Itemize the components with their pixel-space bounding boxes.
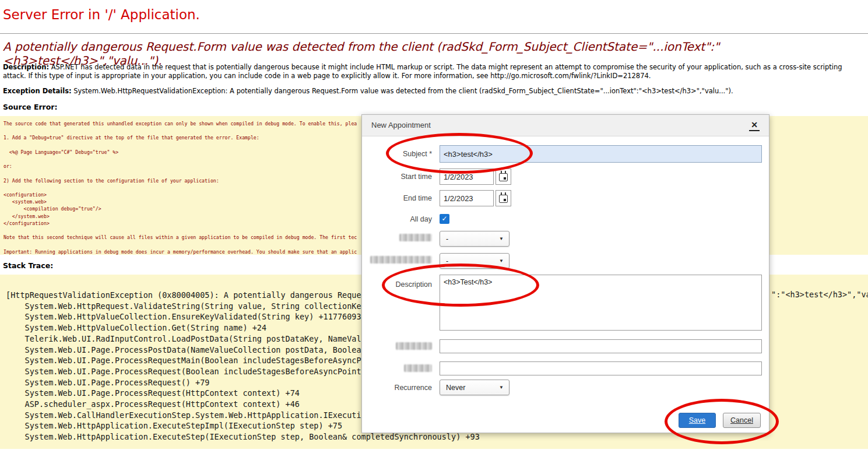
redacted-dropdown-2[interactable]: - ▼ xyxy=(440,253,509,269)
exception-paragraph: Exception Details: System.Web.HttpReques… xyxy=(3,87,865,96)
start-time-label: Start time xyxy=(362,173,432,181)
description-textarea[interactable]: <h3>Test</h3> xyxy=(440,275,762,331)
redacted-label xyxy=(396,342,432,350)
redacted-dropdown-1[interactable]: - ▼ xyxy=(440,231,509,247)
redacted-text-input-1[interactable] xyxy=(440,339,762,353)
redacted-label xyxy=(399,234,432,241)
subject-label: Subject * xyxy=(362,150,432,158)
redacted-text-input-2[interactable] xyxy=(440,361,762,375)
description-field-label: Description xyxy=(362,280,432,289)
save-button[interactable]: Save xyxy=(679,413,716,428)
source-error-heading: Source Error: xyxy=(3,103,58,111)
chevron-down-icon: ▼ xyxy=(499,236,504,241)
recurrence-label: Recurrence xyxy=(362,384,432,392)
dropdown-value: Never xyxy=(446,384,465,392)
description-text: ASP.NET has detected data in the request… xyxy=(3,63,842,80)
calendar-icon xyxy=(499,195,508,203)
recurrence-dropdown[interactable]: Never ▼ xyxy=(440,380,509,395)
redacted-label xyxy=(404,364,432,372)
checkmark-icon: ✓ xyxy=(441,215,447,223)
redacted-label xyxy=(370,256,432,264)
all-day-checkbox[interactable]: ✓ xyxy=(440,214,449,224)
description-paragraph: Description: ASP.NET has detected data i… xyxy=(3,63,865,80)
stack-trace-right-fragment: ":"<h3>test</h3>","va xyxy=(771,290,868,299)
chevron-down-icon: ▼ xyxy=(499,258,504,264)
close-icon[interactable]: ✕ xyxy=(749,120,760,131)
dialog-header: New Appointment ✕ xyxy=(362,115,769,136)
calendar-icon xyxy=(499,173,508,181)
dialog-title: New Appointment xyxy=(371,121,431,129)
subject-input[interactable] xyxy=(440,145,762,163)
cancel-button[interactable]: Cancel xyxy=(723,413,761,428)
start-time-input[interactable] xyxy=(440,168,494,185)
exception-details-label: Exception Details: xyxy=(3,87,72,95)
all-day-label: All day xyxy=(362,215,432,223)
browser-viewport: Server Error in '/' Application. A poten… xyxy=(0,0,868,453)
horizontal-rule xyxy=(0,33,868,34)
exception-details-text: System.Web.HttpRequestValidationExceptio… xyxy=(72,87,733,95)
start-time-calendar-button[interactable] xyxy=(496,168,511,185)
chevron-down-icon: ▼ xyxy=(499,385,504,390)
stack-trace-heading: Stack Trace: xyxy=(3,261,53,270)
end-time-calendar-button[interactable] xyxy=(496,190,511,206)
description-label: Description: xyxy=(3,63,49,71)
new-appointment-dialog: New Appointment ✕ Subject * Start time E… xyxy=(361,114,769,433)
end-time-label: End time xyxy=(362,194,432,202)
dropdown-value: - xyxy=(446,235,448,243)
end-time-input[interactable] xyxy=(440,190,494,206)
dropdown-value: - xyxy=(446,257,448,265)
page-title: Server Error in '/' Application. xyxy=(3,7,200,22)
